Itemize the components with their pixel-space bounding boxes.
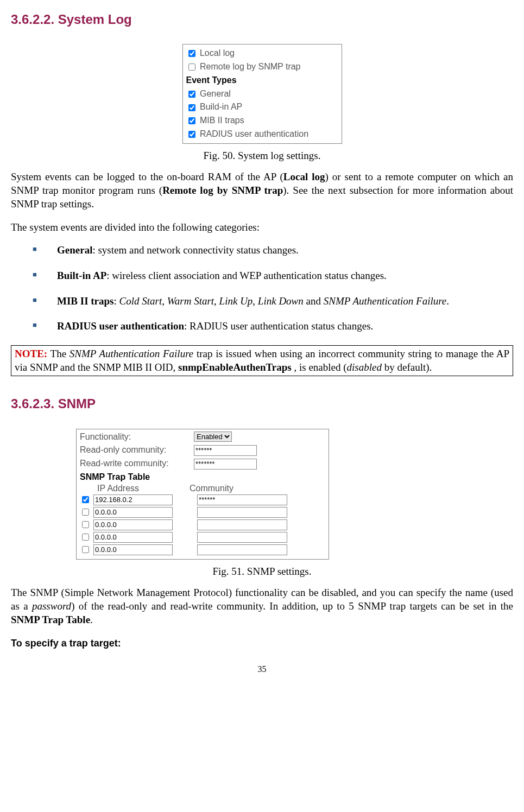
trap-row-checkbox[interactable]	[82, 521, 89, 528]
trap-community-input[interactable]	[197, 532, 287, 543]
radius-label: RADIUS user authentication	[200, 129, 308, 138]
text: ) of the read-only and read-write commun…	[71, 600, 513, 612]
text-italic: disabled	[347, 361, 382, 373]
trap-ip-input[interactable]	[93, 544, 173, 555]
read-write-label: Read-write community:	[80, 458, 194, 470]
functionality-select[interactable]: Enabled	[194, 432, 232, 442]
text-bold: RADIUS user authentication	[57, 320, 184, 332]
text-bold: SNMP Trap Table	[11, 614, 90, 625]
buildin-ap-label: Build-in AP	[200, 102, 242, 111]
read-only-input[interactable]	[194, 445, 257, 456]
text-italic: Warm Start	[167, 295, 214, 307]
radius-row: RADIUS user authentication	[186, 128, 338, 141]
text: ,	[214, 295, 219, 307]
text: .	[90, 614, 93, 625]
general-row: General	[186, 87, 338, 101]
mib-traps-checkbox[interactable]	[188, 117, 195, 124]
mib-traps-row: MIB II traps	[186, 114, 338, 128]
local-log-checkbox[interactable]	[188, 50, 195, 57]
text: .	[446, 295, 449, 307]
subhead-trap-target: To specify a trap target:	[11, 637, 513, 650]
trap-ip-input[interactable]	[93, 507, 173, 518]
trap-community-input[interactable]	[197, 494, 287, 505]
functionality-label: Functionality:	[80, 432, 194, 443]
local-log-label: Local log	[200, 48, 235, 58]
list-item: General: system and network connectivity…	[11, 244, 513, 257]
local-log-row: Local log	[186, 47, 338, 60]
text-bold: Local log	[283, 171, 325, 182]
trap-ip-input[interactable]	[93, 532, 173, 543]
trap-row-checkbox[interactable]	[82, 496, 89, 503]
text-italic: Link Down	[258, 295, 304, 307]
buildin-ap-row: Build-in AP	[186, 100, 338, 114]
trap-table-headers: IP Address Community	[97, 483, 325, 494]
col-community-header: Community	[190, 483, 233, 494]
text: ,	[162, 295, 167, 307]
trap-row	[80, 532, 325, 543]
text-bold: snmpEnableAuthenTraps	[178, 361, 292, 373]
trap-table-title: SNMP Trap Table	[80, 472, 325, 483]
text-italic: password	[32, 600, 71, 612]
trap-ip-input[interactable]	[93, 519, 173, 530]
mib-traps-label: MIB II traps	[200, 116, 244, 125]
section-heading-system-log: 3.6.2.2. System Log	[11, 11, 513, 28]
page-number: 35	[11, 664, 513, 675]
paragraph-2: The system events are divided into the f…	[11, 221, 513, 234]
trap-row	[80, 494, 325, 505]
bullet-list: General: system and network connectivity…	[11, 244, 513, 333]
general-label: General	[200, 89, 231, 98]
text-bold: Built-in AP	[57, 270, 106, 281]
col-ip-header: IP Address	[97, 483, 190, 494]
text-bold: General	[57, 244, 92, 256]
trap-community-input[interactable]	[197, 507, 287, 518]
text-italic: Link Up	[219, 295, 253, 307]
trap-community-input[interactable]	[197, 544, 287, 555]
text: : system and network connectivity status…	[92, 244, 298, 256]
text-italic: Cold Start	[119, 295, 162, 307]
trap-row	[80, 519, 325, 530]
paragraph-1: System events can be logged to the on-bo…	[11, 170, 513, 211]
trap-community-input[interactable]	[197, 519, 287, 530]
list-item: MIB II traps: Cold Start, Warm Start, Li…	[11, 295, 513, 308]
read-write-input[interactable]	[194, 459, 257, 470]
read-only-label: Read-only community:	[80, 445, 194, 456]
text: and	[304, 295, 324, 307]
trap-row-checkbox[interactable]	[82, 546, 89, 553]
trap-row	[80, 544, 325, 555]
text: : wireless client association and WEP au…	[106, 270, 387, 281]
text-bold: Remote log by SNMP trap	[162, 185, 283, 196]
buildin-ap-checkbox[interactable]	[188, 104, 195, 111]
text: : RADIUS user authentication status chan…	[184, 320, 373, 332]
radius-checkbox[interactable]	[188, 131, 195, 138]
figure-50-caption: Fig. 50. System log settings.	[11, 149, 513, 163]
note-label: NOTE:	[15, 348, 47, 359]
text: :	[114, 295, 119, 307]
figure-50-panel: Local log Remote log by SNMP trap Event …	[182, 44, 342, 144]
text: System events can be logged to the on-bo…	[11, 171, 283, 182]
read-write-row: Read-write community:	[80, 458, 325, 470]
text-italic: SNMP Authentication Failure	[70, 348, 193, 359]
list-item: Built-in AP: wireless client association…	[11, 269, 513, 283]
read-only-row: Read-only community:	[80, 445, 325, 456]
general-checkbox[interactable]	[188, 91, 195, 98]
trap-row-checkbox[interactable]	[82, 509, 89, 516]
section-heading-snmp: 3.6.2.3. SNMP	[11, 395, 513, 412]
figure-51-panel: Functionality: Enabled Read-only communi…	[76, 429, 329, 560]
note-box: NOTE: The SNMP Authentication Failure tr…	[11, 345, 513, 376]
remote-log-label: Remote log by SNMP trap	[200, 62, 301, 71]
trap-ip-input[interactable]	[93, 494, 173, 505]
text: by default).	[382, 361, 432, 373]
trap-row	[80, 507, 325, 518]
text: The	[47, 348, 70, 359]
remote-log-checkbox[interactable]	[188, 64, 195, 71]
trap-row-checkbox[interactable]	[82, 534, 89, 541]
text: , is enabled (	[292, 361, 347, 373]
remote-log-row: Remote log by SNMP trap	[186, 60, 338, 74]
event-types-heading: Event Types	[186, 74, 338, 87]
figure-51-caption: Fig. 51. SNMP settings.	[11, 565, 513, 579]
text: ,	[252, 295, 258, 307]
text-bold: MIB II traps	[57, 295, 114, 307]
list-item: RADIUS user authentication: RADIUS user …	[11, 320, 513, 333]
paragraph-3: The SNMP (Simple Network Management Prot…	[11, 586, 513, 626]
text-italic: SNMP Authentication Failure	[324, 295, 447, 307]
